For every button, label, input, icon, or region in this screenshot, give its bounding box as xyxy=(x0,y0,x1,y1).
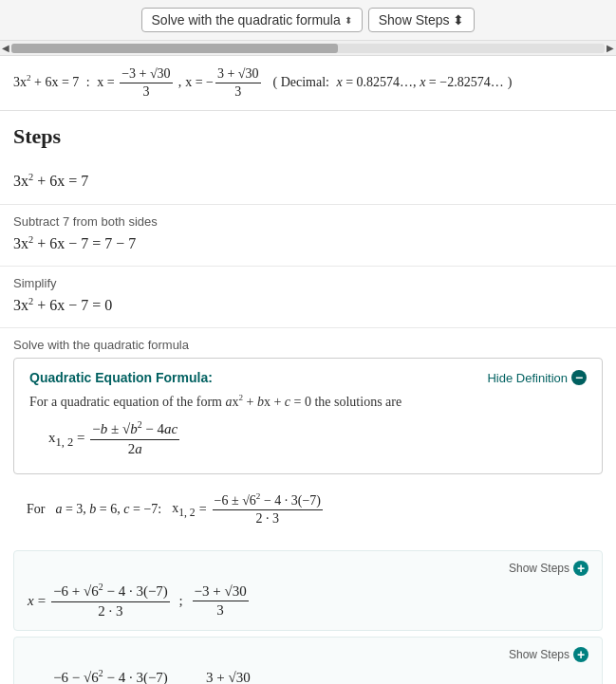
show-steps-2-label: Show Steps xyxy=(509,648,569,661)
result-comma: , xyxy=(178,75,182,90)
result-equation: 3x2 + 6x = 7 xyxy=(13,73,79,90)
steps-title: Steps xyxy=(0,111,616,158)
substep-1-math: x = −6 + √62 − 4 · 3(−7) 2 · 3 ; −3 + √3… xyxy=(28,582,588,620)
substep-box-1: Show Steps + x = −6 + √62 − 4 · 3(−7) 2 … xyxy=(13,550,603,631)
substep-box-2: Show Steps + x = −6 − √62 − 4 · 3(−7) 2 … xyxy=(13,637,603,684)
top-bar: Solve with the quadratic formula ⬍ Show … xyxy=(0,0,616,41)
step-1-math: 3x2 + 6x = 7 xyxy=(13,172,603,190)
method-dropdown[interactable]: Solve with the quadratic formula ⬍ xyxy=(141,8,363,32)
decimal-label: ( Decimal: xyxy=(267,75,333,90)
step-3-instruction: Simplify xyxy=(13,276,603,290)
scrollbar-thumb[interactable] xyxy=(11,44,338,53)
for-values: a = 3, b = 6, c = −7: xyxy=(48,502,168,517)
step-3: Simplify 3x2 + 6x − 7 = 0 xyxy=(0,267,616,328)
substep-2-header: Show Steps + xyxy=(28,647,588,662)
substep1-result-fraction: −3 + √30 3 xyxy=(193,582,249,620)
minus-circle-icon: − xyxy=(571,370,587,385)
hide-definition-button[interactable]: Hide Definition − xyxy=(487,370,587,385)
dropdown-arrow-icon: ⬍ xyxy=(345,15,352,26)
step-2: Subtract 7 from both sides 3x2 + 6x − 7 … xyxy=(0,205,616,267)
for-equals: = xyxy=(199,502,207,517)
definition-box: Quadratic Equation Formula: Hide Definit… xyxy=(13,358,603,474)
step-1: 3x2 + 6x = 7 xyxy=(0,158,616,204)
decimal-close: ) xyxy=(508,75,513,90)
method-label: Solve with the quadratic formula xyxy=(152,12,341,28)
sol1-fraction: −3 + √30 3 xyxy=(120,65,172,101)
scrollbar-container: ◀ ▶ xyxy=(0,41,616,56)
for-formula-fraction: −6 ± √62 − 4 · 3(−7) 2 · 3 xyxy=(213,491,323,527)
quadratic-label: Solve with the quadratic formula xyxy=(13,338,603,352)
substep1-sep: ; xyxy=(176,593,187,609)
show-steps-arrow-icon: ⬍ xyxy=(453,12,464,28)
step-3-math: 3x2 + 6x − 7 = 0 xyxy=(13,296,603,314)
for-label: For xyxy=(27,502,45,517)
show-steps-label: Show Steps xyxy=(379,12,450,28)
step-2-instruction: Subtract 7 from both sides xyxy=(13,214,603,229)
definition-formula: x1, 2 = −b ± √b2 − 4ac 2a xyxy=(29,419,587,458)
scroll-right-icon[interactable]: ▶ xyxy=(607,43,614,53)
substep2-sep: ; xyxy=(176,679,187,684)
definition-header: Quadratic Equation Formula: Hide Definit… xyxy=(29,370,587,385)
sol2-fraction: 3 + √30 3 xyxy=(215,65,261,101)
def-formula-fraction: −b ± √b2 − 4ac 2a xyxy=(90,419,179,458)
substep2-main-fraction: −6 − √62 − 4 · 3(−7) 2 · 3 xyxy=(51,668,170,684)
plus-circle-1-icon: + xyxy=(573,561,588,576)
show-steps-2-button[interactable]: Show Steps + xyxy=(509,647,588,662)
result-sol2: x = − 3 + √30 3 xyxy=(185,65,262,101)
substep-2-math: x = −6 − √62 − 4 · 3(−7) 2 · 3 ; − 3 + √… xyxy=(28,668,588,684)
result-sol1: x = −3 + √30 3 xyxy=(97,65,174,101)
hide-def-label: Hide Definition xyxy=(487,371,568,385)
substep2-result-fraction: 3 + √30 3 xyxy=(204,669,252,684)
decimal-vals: x = 0.82574…, x = −2.82574… xyxy=(337,75,504,90)
show-steps-button[interactable]: Show Steps ⬍ xyxy=(368,8,476,32)
for-x12: x1, 2 xyxy=(172,501,195,519)
definition-text: For a quadratic equation of the form ax2… xyxy=(29,393,587,410)
substep-1-header: Show Steps + xyxy=(28,561,588,576)
show-steps-1-label: Show Steps xyxy=(509,562,569,575)
step-2-math: 3x2 + 6x − 7 = 7 − 7 xyxy=(13,234,603,252)
result-colon: : xyxy=(83,75,93,90)
substep1-main-fraction: −6 + √62 − 4 · 3(−7) 2 · 3 xyxy=(51,582,170,620)
for-line: For a = 3, b = 6, c = −7: x1, 2 = −6 ± √… xyxy=(13,484,603,535)
quadratic-section: Solve with the quadratic formula Quadrat… xyxy=(0,328,616,545)
result-bar: 3x2 + 6x = 7 : x = −3 + √30 3 , x = − 3 … xyxy=(0,56,616,111)
show-steps-1-button[interactable]: Show Steps + xyxy=(509,561,588,576)
definition-title: Quadratic Equation Formula: xyxy=(29,370,213,385)
scrollbar-track[interactable] xyxy=(11,44,605,53)
plus-circle-2-icon: + xyxy=(573,647,588,662)
scroll-left-icon[interactable]: ◀ xyxy=(2,43,9,53)
